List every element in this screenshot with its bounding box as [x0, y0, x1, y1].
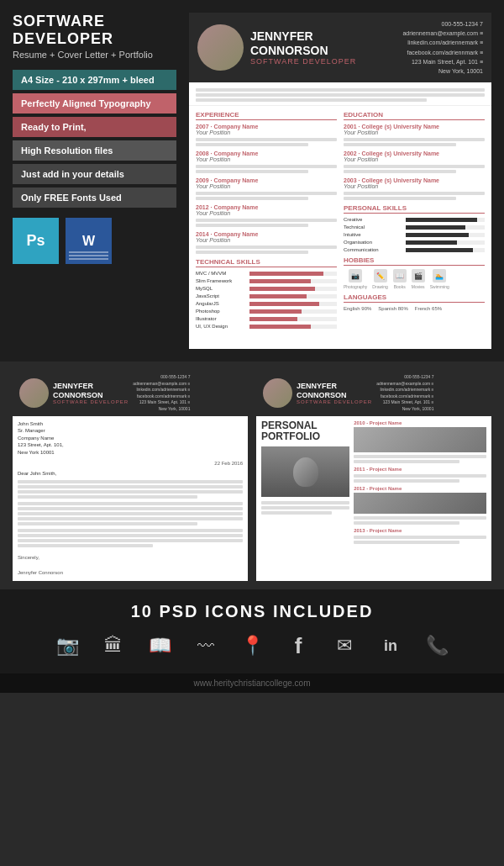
- project-item: 2012 - Project Name: [354, 486, 486, 525]
- icon-book: 📖: [145, 631, 175, 661]
- edu-item: 2003 · College (s) University Name Your …: [344, 177, 485, 200]
- photoshop-icon: Ps: [13, 218, 59, 264]
- letter-closing: Sincerely,: [18, 554, 243, 561]
- feature-item: Perfectly Aligned Typography: [13, 93, 176, 114]
- location-icon: 📍: [238, 631, 267, 661]
- experience-title: Experience: [196, 111, 337, 120]
- cover-letter-contact: 000-555-1234 7 adrienneman@example.com ≡…: [133, 374, 190, 412]
- skill-row: Photoshop: [196, 309, 337, 314]
- linkedin-icon: in: [376, 631, 406, 661]
- resume-left-col: Experience 2007 · Company Name Your Posi…: [196, 111, 337, 331]
- portfolio-contact: 000-555-1234 7 adrienneman@example.com ≡…: [376, 374, 433, 412]
- skill-row: AngularJS: [196, 301, 337, 306]
- cover-letter-preview: JENNYFERCONNORSON Software Developer 000…: [13, 370, 248, 581]
- hobbies-title: Hobbies: [344, 256, 485, 266]
- personal-skill-row: Technical: [344, 224, 485, 230]
- main-subtitle: Resume + Cover Letter + Portfolio: [13, 50, 176, 60]
- icon-location: 📍: [238, 631, 267, 661]
- exp-item: 2008 · Company Name Your Position: [196, 150, 337, 173]
- cover-letter-header: JENNYFERCONNORSON Software Developer 000…: [13, 370, 248, 416]
- icon-building: 🏛: [99, 631, 129, 661]
- lang-english: English 90%: [344, 306, 371, 311]
- lang-spanish: Spanish 80%: [378, 306, 407, 311]
- resume-name-block: JENNYFERCONNORSON Software Developer: [250, 29, 396, 66]
- portfolio-name: JENNYFERCONNORSON: [297, 382, 372, 400]
- icon-mail: ✉: [330, 631, 360, 661]
- main-title: SOFTWARE DEVELOPER: [13, 13, 176, 48]
- word-icon: W: [66, 218, 112, 264]
- phone-icon: 📞: [423, 631, 452, 661]
- letter-greeting: Dear John Smith,: [18, 470, 243, 477]
- education-title: Education: [344, 111, 485, 120]
- languages-title: Languages: [344, 293, 485, 303]
- skill-row: JavaScript: [196, 293, 337, 298]
- swimming-icon: 🏊: [433, 269, 446, 283]
- cover-letter-body: John Smith Sr. Manager Company Name 123 …: [13, 416, 248, 581]
- feature-item: Ready to Print,: [13, 117, 176, 137]
- hobbies-row: 📷 Photography ✏️ Drawing 📖 Books 🎬: [344, 269, 485, 289]
- skill-row: MVC / MVVM: [196, 271, 337, 276]
- hobby-movies: 🎬 Movies: [412, 269, 425, 289]
- letter-signature: Jennyfer Connorson: [18, 569, 243, 576]
- resume-right-col: Education 2001 · College (s) University …: [344, 111, 485, 331]
- icon-waves: 〰: [192, 631, 221, 661]
- book-icon: 📖: [145, 631, 175, 661]
- portfolio-main-photo: [261, 446, 349, 497]
- personal-skill-row: Intuitive: [344, 232, 485, 237]
- hobby-books: 📖 Books: [393, 269, 407, 289]
- languages-section: Languages English 90% Spanish 80% French…: [344, 293, 485, 311]
- personal-skills-title: Personal Skills: [344, 204, 485, 214]
- languages-row: English 90% Spanish 80% French 65%: [344, 306, 485, 311]
- exp-item: 2009 · Company Name Your Position: [196, 177, 337, 200]
- left-sidebar: SOFTWARE DEVELOPER Resume + Cover Letter…: [13, 13, 176, 349]
- letter-date: 22 Feb 2016: [18, 460, 243, 467]
- project-item: 2013 - Project Name: [354, 528, 486, 544]
- cover-letter-job-title: Software Developer: [53, 399, 129, 404]
- resume-preview: JENNYFERCONNORSON Software Developer 000…: [189, 13, 491, 349]
- project-item: 2011 - Project Name: [354, 467, 486, 483]
- personal-skill-row: Organisation: [344, 240, 485, 245]
- portfolio-header: JENNYFERCONNORSON Software Developer 000…: [256, 370, 491, 416]
- top-section: SOFTWARE DEVELOPER Resume + Cover Letter…: [0, 0, 504, 362]
- feature-item: Just add in your details: [13, 164, 176, 184]
- resume-job-title: Software Developer: [250, 57, 396, 66]
- movies-icon: 🎬: [412, 269, 425, 283]
- software-icons: Ps W: [13, 218, 176, 264]
- bottom-section: 10 PSD ICONS INCLUDED 📷 🏛 📖 〰 📍 f ✉ in 📞: [0, 589, 504, 673]
- skill-row: Illustrator: [196, 316, 337, 321]
- portfolio-photo-avatar: [263, 378, 292, 408]
- portfolio-name-block: JENNYFERCONNORSON Software Developer: [297, 382, 372, 405]
- camera-icon: 📷: [349, 269, 362, 283]
- drawing-icon: ✏️: [374, 269, 387, 283]
- portfolio-job-title: Software Developer: [297, 399, 372, 404]
- personal-skill-row: Creative: [344, 217, 485, 222]
- skill-row: Slim Framework: [196, 278, 337, 283]
- hobby-swimming: 🏊 Swimming: [430, 269, 449, 289]
- skill-row: MySQL: [196, 286, 337, 291]
- edu-item: 2001 · College (s) University Name Your …: [344, 124, 485, 146]
- feature-item: Only FREE Fonts Used: [13, 187, 176, 208]
- feature-item: High Resolution files: [13, 140, 176, 161]
- edu-item: 2002 · College (s) University Name Your …: [344, 150, 485, 173]
- skills-title: Technical Skills: [196, 258, 337, 267]
- resume-name: JENNYFERCONNORSON: [250, 29, 396, 58]
- personal-skills-section: Personal Skills Creative Technical Intui…: [344, 204, 485, 252]
- waves-icon: 〰: [192, 631, 221, 661]
- letter-to: John Smith Sr. Manager Company Name 123 …: [18, 420, 243, 456]
- project-item: 2010 - Project Name: [354, 420, 486, 463]
- portfolio-body: PERSONALPORTFOLIO 2010 - Project Name: [256, 416, 491, 552]
- resume-intro: [189, 82, 491, 106]
- books-icon: 📖: [393, 269, 407, 283]
- exp-item: 2012 · Company Name Your Position: [196, 204, 337, 227]
- resume-header: JENNYFERCONNORSON Software Developer 000…: [189, 13, 491, 82]
- title-block: SOFTWARE DEVELOPER Resume + Cover Letter…: [13, 13, 176, 60]
- portfolio-preview: JENNYFERCONNORSON Software Developer 000…: [256, 370, 491, 581]
- psd-icons-title: 10 PSD ICONS INCLUDED: [13, 602, 491, 621]
- feature-item: A4 Size - 210 x 297mm + bleed: [13, 70, 176, 90]
- feature-list: A4 Size - 210 x 297mm + bleed Perfectly …: [13, 70, 176, 208]
- portfolio-left-col: PERSONALPORTFOLIO: [261, 420, 349, 547]
- icon-linkedin: in: [376, 631, 406, 661]
- cover-letter-photo: [19, 378, 49, 408]
- hobby-drawing: ✏️ Drawing: [372, 269, 387, 289]
- resume-body: Experience 2007 · Company Name Your Posi…: [189, 106, 491, 336]
